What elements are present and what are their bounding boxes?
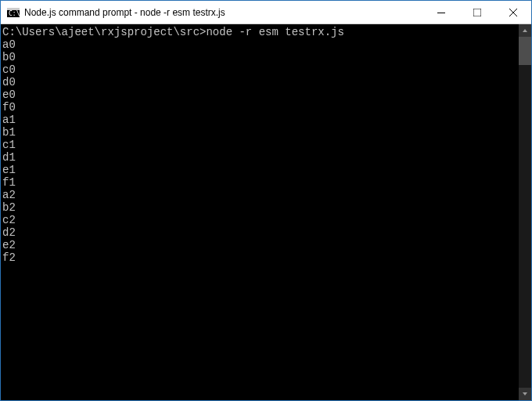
prompt-path: C:\Users\ajeet\rxjsproject\src> bbox=[2, 26, 206, 38]
scrollbar-thumb[interactable] bbox=[519, 37, 531, 65]
terminal-output: a0b0c0d0e0f0a1b1c1d1e1f1a2b2c2d2e2f2 bbox=[2, 38, 519, 264]
output-line: c2 bbox=[2, 214, 519, 226]
chevron-down-icon bbox=[522, 391, 528, 397]
output-line: e2 bbox=[2, 239, 519, 251]
chevron-up-icon bbox=[522, 27, 528, 34]
command-line: C:\Users\ajeet\rxjsproject\src>node -r e… bbox=[2, 26, 519, 38]
output-line: f2 bbox=[2, 251, 519, 264]
minimize-button[interactable] bbox=[423, 1, 459, 23]
output-line: e0 bbox=[2, 89, 519, 101]
output-line: f1 bbox=[2, 176, 519, 189]
svg-marker-8 bbox=[523, 392, 527, 396]
typed-command: node -r esm testrx.js bbox=[206, 26, 343, 38]
titlebar[interactable]: C:\ Node.js command prompt - node -r esm… bbox=[1, 1, 531, 24]
output-line: b0 bbox=[2, 51, 519, 63]
svg-marker-7 bbox=[523, 29, 527, 32]
svg-rect-3 bbox=[437, 13, 445, 13]
terminal[interactable]: C:\Users\ajeet\rxjsproject\src>node -r e… bbox=[1, 24, 519, 400]
svg-rect-4 bbox=[473, 9, 481, 16]
output-line: c0 bbox=[2, 63, 519, 76]
window-controls bbox=[423, 1, 531, 23]
scrollbar-down-button[interactable] bbox=[519, 388, 531, 400]
svg-text:C:\: C:\ bbox=[9, 10, 20, 17]
output-line: b2 bbox=[2, 201, 519, 214]
output-line: b1 bbox=[2, 126, 519, 139]
svg-line-6 bbox=[509, 9, 517, 16]
vertical-scrollbar[interactable] bbox=[519, 24, 531, 400]
window-frame: C:\ Node.js command prompt - node -r esm… bbox=[0, 0, 532, 401]
output-line: f0 bbox=[2, 101, 519, 114]
maximize-button[interactable] bbox=[459, 1, 495, 23]
scrollbar-up-button[interactable] bbox=[519, 24, 531, 37]
output-line: a1 bbox=[2, 114, 519, 126]
output-line: a2 bbox=[2, 189, 519, 201]
terminal-area: C:\Users\ajeet\rxjsproject\src>node -r e… bbox=[1, 24, 531, 400]
svg-line-5 bbox=[509, 9, 517, 16]
output-line: d2 bbox=[2, 226, 519, 239]
output-line: a0 bbox=[2, 38, 519, 51]
close-button[interactable] bbox=[495, 1, 531, 23]
app-icon: C:\ bbox=[7, 6, 20, 19]
output-line: c1 bbox=[2, 139, 519, 151]
close-icon bbox=[509, 9, 517, 16]
window-title: Node.js command prompt - node -r esm tes… bbox=[24, 7, 423, 18]
output-line: d0 bbox=[2, 76, 519, 89]
minimize-icon bbox=[437, 9, 445, 16]
output-line: d1 bbox=[2, 151, 519, 164]
output-line: e1 bbox=[2, 164, 519, 176]
maximize-icon bbox=[473, 9, 481, 16]
